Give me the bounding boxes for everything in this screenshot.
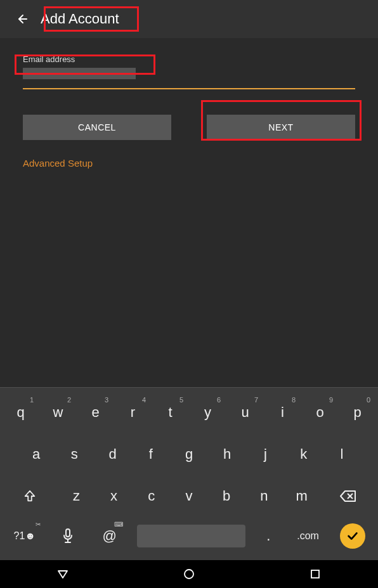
- square-icon: [310, 568, 321, 580]
- svg-rect-3: [66, 529, 70, 537]
- back-button[interactable]: [9, 6, 34, 32]
- key-y[interactable]: y6: [190, 395, 226, 430]
- key-d[interactable]: d: [94, 437, 131, 472]
- key-w[interactable]: w2: [40, 395, 76, 430]
- form-area: Email address CANCEL NEXT Advanced Setup: [0, 38, 378, 169]
- key-q[interactable]: q1: [3, 395, 39, 430]
- app-header: Add Account: [0, 0, 378, 38]
- triangle-down-icon: [56, 568, 69, 580]
- mic-key[interactable]: [48, 518, 88, 554]
- check-icon: [346, 529, 360, 543]
- key-z[interactable]: z: [58, 478, 94, 514]
- space-key[interactable]: [131, 518, 251, 554]
- svg-rect-8: [311, 570, 319, 578]
- cancel-button[interactable]: CANCEL: [23, 115, 171, 140]
- svg-point-7: [185, 570, 193, 578]
- key-x[interactable]: x: [96, 478, 132, 514]
- email-field-wrap[interactable]: [23, 68, 355, 89]
- key-h[interactable]: h: [209, 437, 245, 472]
- key-g[interactable]: g: [171, 437, 207, 472]
- key-l[interactable]: l: [323, 437, 360, 472]
- email-field[interactable]: [23, 68, 136, 79]
- key-c[interactable]: c: [133, 478, 169, 514]
- keyboard-row-3: zxcvbnm: [0, 475, 378, 517]
- key-u[interactable]: u7: [227, 395, 263, 430]
- key-b[interactable]: b: [209, 478, 245, 514]
- key-j[interactable]: j: [247, 437, 284, 472]
- microphone-icon: [62, 528, 74, 544]
- key-o[interactable]: o9: [302, 395, 338, 430]
- svg-marker-6: [58, 571, 67, 578]
- key-f[interactable]: f: [133, 437, 169, 472]
- period-key[interactable]: .: [252, 518, 285, 554]
- nav-back-button[interactable]: [47, 560, 79, 588]
- system-navbar: [0, 560, 378, 588]
- key-v[interactable]: v: [171, 478, 207, 514]
- key-i-sup: 8: [292, 396, 296, 404]
- shift-key[interactable]: [3, 478, 57, 514]
- key-e[interactable]: e3: [77, 395, 114, 430]
- key-w-sup: 2: [67, 396, 71, 404]
- button-row: CANCEL NEXT: [23, 115, 355, 140]
- dotcom-key[interactable]: .com: [286, 518, 330, 554]
- at-key[interactable]: @ ⌨: [89, 518, 129, 554]
- space-bar-visual: [137, 525, 245, 547]
- nav-recent-button[interactable]: [299, 560, 331, 588]
- key-s[interactable]: s: [56, 437, 93, 472]
- at-key-label: @: [102, 528, 116, 544]
- symbols-key-label: ?1☻: [13, 530, 36, 542]
- key-t-sup: 5: [179, 396, 183, 404]
- key-n[interactable]: n: [246, 478, 282, 514]
- key-y-sup: 6: [217, 396, 221, 404]
- arrow-left-icon: [14, 11, 29, 27]
- next-button[interactable]: NEXT: [207, 115, 355, 140]
- key-a[interactable]: a: [18, 437, 55, 472]
- key-i[interactable]: i8: [264, 395, 301, 430]
- advanced-setup-link[interactable]: Advanced Setup: [23, 158, 93, 169]
- key-r-sup: 4: [142, 396, 146, 404]
- key-m[interactable]: m: [284, 478, 320, 514]
- key-k[interactable]: k: [285, 437, 322, 472]
- soft-keyboard: q1w2e3r4t5y6u7i8o9p0 asdfghjkl zxcvbnm ?…: [0, 387, 378, 560]
- key-o-sup: 9: [329, 396, 333, 404]
- symbols-key[interactable]: ?1☻ ✂: [3, 518, 47, 554]
- keyboard-row-2: asdfghjkl: [0, 433, 378, 475]
- key-r[interactable]: r4: [115, 395, 151, 430]
- key-p[interactable]: p0: [339, 395, 375, 430]
- key-u-sup: 7: [254, 396, 258, 404]
- key-e-sup: 3: [105, 396, 108, 404]
- circle-icon: [183, 568, 195, 580]
- keyboard-hint-icon: ⌨: [114, 521, 123, 528]
- key-q-sup: 1: [30, 396, 34, 404]
- keyboard-row-4: ?1☻ ✂ @ ⌨ . .com: [0, 517, 378, 555]
- shift-icon: [23, 489, 37, 503]
- keyboard-row-1: q1w2e3r4t5y6u7i8o9p0: [0, 392, 378, 433]
- enter-key-pill[interactable]: [340, 523, 365, 549]
- page-title: Add Account: [41, 11, 119, 27]
- backspace-icon: [339, 489, 357, 503]
- email-label: Email address: [23, 54, 355, 64]
- nav-home-button[interactable]: [173, 560, 205, 588]
- backspace-key[interactable]: [321, 478, 375, 514]
- scissors-icon: ✂: [36, 521, 41, 528]
- key-p-sup: 0: [367, 396, 370, 404]
- key-t[interactable]: t5: [152, 395, 188, 430]
